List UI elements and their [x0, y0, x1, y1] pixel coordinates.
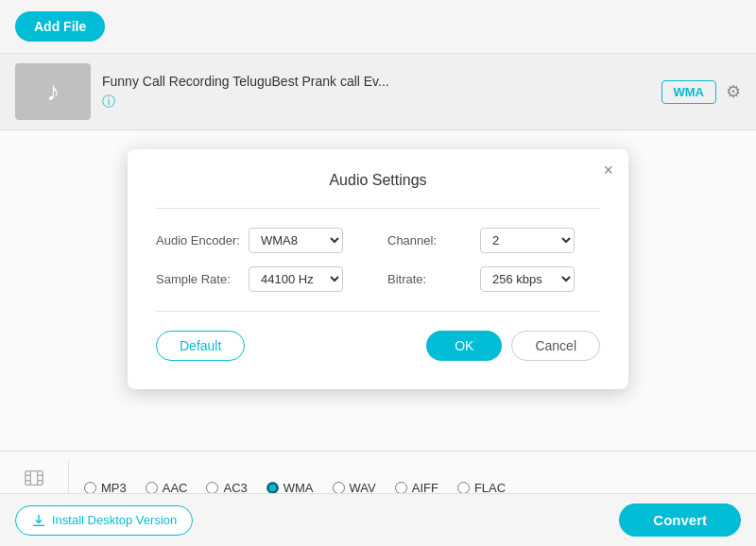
- channel-select[interactable]: 1 2: [480, 228, 575, 253]
- channel-row: Channel: 1 2: [387, 228, 600, 253]
- add-file-button[interactable]: Add File: [15, 11, 105, 42]
- dialog-footer: Default OK Cancel: [156, 331, 600, 361]
- bitrate-select[interactable]: 128 kbps 192 kbps 256 kbps 320 kbps: [480, 266, 575, 292]
- cancel-button[interactable]: Cancel: [511, 331, 600, 361]
- file-thumbnail: ♪: [15, 63, 91, 120]
- footer-right: OK Cancel: [426, 331, 600, 361]
- sample-rate-select[interactable]: 44100 Hz 48000 Hz 22050 Hz: [249, 266, 343, 292]
- format-badge: WMA: [662, 80, 717, 104]
- header: Add File: [0, 0, 756, 53]
- content-area: × Audio Settings Audio Encoder: WMA8 WMA…: [0, 130, 756, 451]
- audio-encoder-label: Audio Encoder:: [156, 233, 241, 247]
- settings-grid: Audio Encoder: WMA8 WMA9 WMA10 Channel: …: [156, 228, 600, 292]
- file-info: Funny Call Recording TeluguBest Prank ca…: [91, 74, 662, 111]
- dialog-title: Audio Settings: [156, 172, 600, 189]
- convert-button[interactable]: Convert: [619, 503, 741, 537]
- install-label: Install Desktop Version: [52, 513, 177, 527]
- music-icon: ♪: [46, 77, 60, 107]
- dialog-bottom-divider: [156, 311, 600, 312]
- audio-encoder-row: Audio Encoder: WMA8 WMA9 WMA10: [156, 228, 369, 253]
- audio-settings-dialog: × Audio Settings Audio Encoder: WMA8 WMA…: [128, 149, 628, 389]
- ok-button[interactable]: OK: [426, 331, 502, 361]
- dialog-top-divider: [156, 208, 600, 209]
- bottom-footer: Install Desktop Version Convert: [0, 493, 756, 546]
- install-desktop-button[interactable]: Install Desktop Version: [15, 505, 193, 536]
- channel-label: Channel:: [387, 233, 472, 247]
- video-tab[interactable]: [15, 461, 53, 495]
- sample-rate-row: Sample Rate: 44100 Hz 48000 Hz 22050 Hz: [156, 266, 369, 292]
- bitrate-row: Bitrate: 128 kbps 192 kbps 256 kbps 320 …: [387, 266, 600, 292]
- close-button[interactable]: ×: [603, 161, 613, 180]
- sample-rate-label: Sample Rate:: [156, 272, 241, 286]
- svg-rect-0: [26, 471, 43, 486]
- file-name: Funny Call Recording TeluguBest Prank ca…: [102, 74, 650, 89]
- download-icon: [31, 513, 46, 528]
- default-button[interactable]: Default: [156, 331, 245, 361]
- file-actions: WMA ⚙: [662, 80, 742, 104]
- file-row: ♪ Funny Call Recording TeluguBest Prank …: [0, 53, 756, 130]
- gear-button[interactable]: ⚙: [726, 81, 741, 102]
- audio-encoder-select[interactable]: WMA8 WMA9 WMA10: [249, 228, 343, 253]
- bitrate-label: Bitrate:: [387, 272, 472, 286]
- info-icon[interactable]: ⓘ: [102, 94, 115, 109]
